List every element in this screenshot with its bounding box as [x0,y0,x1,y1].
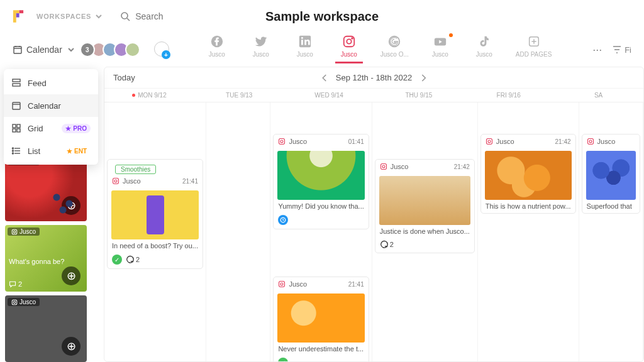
channel-label: Jusco [253,51,269,58]
chevron-down-icon [66,45,76,55]
next-week-button[interactable] [418,73,428,83]
post-image [277,151,364,200]
channel-twitter[interactable]: Jusco [247,35,275,63]
thumb-brand-tag: Jusco [8,298,40,306]
add-to-queue-button[interactable]: ⊕ [62,337,80,356]
thumb-comments: 2 [9,280,22,288]
channel-google[interactable]: Jusco O... [379,35,410,63]
post-time: 21:42 [555,138,571,145]
svg-rect-43 [279,282,285,287]
feed-icon [11,78,21,88]
post-card[interactable]: Jusco 21:41 Never underestimate the t...… [273,277,369,362]
post-account: Jusco [597,138,616,145]
day-column[interactable]: Jusco 01:41 Yummy! Did you know tha... [270,102,372,362]
post-image [586,151,636,200]
day-column[interactable] [206,102,270,362]
svg-rect-24 [13,129,16,132]
grid-icon [11,123,21,133]
app-logo [10,8,26,25]
date-range: Sep 12th - 18th 2022 [336,73,412,82]
channel-label: Jusco [432,51,448,58]
post-card[interactable]: Jusco 21:42 This is how a nutrient pow..… [480,134,576,214]
svg-rect-36 [12,300,17,305]
svg-point-0 [121,13,128,19]
svg-rect-19 [13,84,20,86]
avatar [125,42,140,57]
channel-youtube[interactable]: Jusco [426,35,454,63]
day-header: MON 9/12 [104,89,194,102]
svg-point-29 [13,148,14,149]
svg-point-37 [13,301,15,303]
search[interactable] [120,11,211,21]
instagram-icon [342,35,356,48]
svg-point-30 [13,150,14,151]
svg-point-50 [589,140,592,143]
day-header: FRI 9/16 [464,89,553,102]
svg-rect-34 [12,229,17,234]
svg-rect-18 [13,79,20,82]
media-thumb[interactable]: Jusco ⊕ [5,295,87,362]
add-collaborator-button[interactable]: + [154,41,169,58]
view-menu-grid[interactable]: Grid ★PRO [4,117,98,140]
channel-label: Jusco [341,51,357,58]
svg-point-46 [382,165,385,168]
channel-label: Jusco O... [380,51,409,58]
channel-label: Jusco [297,51,313,58]
facebook-icon [210,35,224,48]
post-tag: Smoothies [115,165,156,174]
channel-tiktok[interactable]: Jusco [470,35,498,63]
filter-icon [612,45,622,55]
svg-rect-8 [301,40,303,45]
instagram-icon [11,229,18,235]
calendar-panel: Today Sep 12th - 18th 2022 MON 9/12 TUE … [104,67,644,362]
post-account: Jusco [496,138,514,145]
view-selector[interactable]: Calendar [13,45,76,55]
workspaces-dropdown[interactable]: WORKSPACES [36,11,104,21]
add-page-button[interactable]: ADD PAGES [514,35,553,63]
prev-week-button[interactable] [319,73,330,83]
svg-line-1 [127,18,130,21]
svg-rect-22 [13,124,16,128]
view-menu-feed[interactable]: Feed [4,72,98,94]
channel-linkedin[interactable]: Jusco [291,35,319,63]
post-card[interactable]: Jusco 21:42 Justice is done when Jusco..… [375,159,475,253]
channel-instagram[interactable]: Jusco [335,35,363,63]
post-card[interactable]: Jusco Superfood that [582,134,640,214]
post-card[interactable]: Smoothies Jusco 21:41 In need of a boost… [107,159,203,269]
add-to-queue-button[interactable]: ⊕ [62,196,80,215]
day-column[interactable]: Jusco Superfood that [579,102,643,362]
filter-button[interactable]: Fi [612,45,631,55]
day-column[interactable]: Jusco 21:42 Justice is done when Jusco..… [372,102,478,362]
post-image [111,190,199,239]
comment-icon [9,280,16,288]
day-column[interactable]: Smoothies Jusco 21:41 In need of a boost… [104,102,206,362]
channel-facebook[interactable]: Jusco [203,35,231,63]
status-scheduled-icon [278,215,288,225]
search-input[interactable] [135,11,211,21]
instagram-icon [11,299,18,305]
collaborator-avatars[interactable]: 3 [84,42,140,57]
day-header: SA [553,89,643,102]
more-menu[interactable]: ··· [592,43,602,57]
day-header: TUE 9/13 [194,89,284,102]
svg-point-44 [280,283,283,285]
day-column[interactable]: Jusco 21:42 This is how a nutrient pow..… [478,102,579,362]
view-menu-calendar[interactable]: Calendar [4,94,98,117]
post-text: Justice is done when Jusco... [375,228,474,238]
post-card[interactable]: Jusco 01:41 Yummy! Did you know tha... [273,134,369,229]
today-button[interactable]: Today [113,73,135,82]
twitter-icon [254,35,268,48]
media-thumb[interactable]: Jusco What's gonna be? ⊕ 2 [5,225,87,292]
view-menu-list[interactable]: List ★ENT [4,140,98,162]
post-time: 21:41 [182,178,198,185]
channel-label: Jusco [209,51,225,58]
chevron-down-icon [94,11,104,21]
workspaces-label: WORKSPACES [36,13,91,20]
post-comments[interactable]: 2 [126,255,140,264]
svg-point-41 [280,140,283,143]
menu-label: Feed [28,79,47,88]
post-comments[interactable]: 2 [380,240,394,249]
add-to-queue-button[interactable]: ⊕ [62,266,80,285]
post-image [277,293,364,343]
ent-badge: ★ENT [63,146,91,156]
